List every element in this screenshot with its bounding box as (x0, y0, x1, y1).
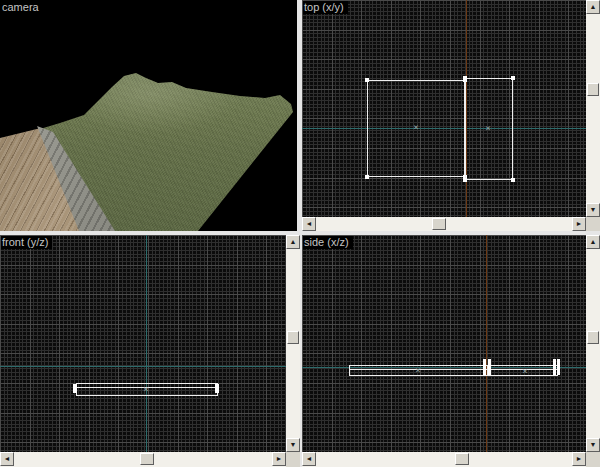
selection-handle[interactable] (483, 359, 486, 375)
viewport-label-top: top (x/y) (303, 1, 348, 14)
scroll-right-button[interactable]: ► (272, 452, 286, 466)
top-horizontal-scrollbar[interactable]: ◄ ► (302, 217, 586, 231)
scroll-up-button[interactable]: ▲ (286, 235, 300, 249)
selection-handle[interactable] (365, 78, 369, 82)
scroll-up-icon: ▲ (590, 3, 597, 10)
side-vertical-scrollbar[interactable]: ▲ ▼ (586, 235, 600, 452)
viewport-label-front: front (y/z) (1, 236, 52, 249)
side-view-canvas[interactable]: ×× (302, 235, 586, 452)
scrollbar-thumb[interactable] (455, 453, 469, 465)
scroll-up-button[interactable]: ▲ (586, 235, 600, 249)
scrollbar-thumb[interactable] (587, 83, 599, 96)
scroll-up-button[interactable]: ▲ (586, 0, 600, 14)
axis-line-horizontal (0, 366, 286, 367)
viewport-label-side: side (x/z) (303, 236, 353, 249)
scroll-left-button[interactable]: ◄ (302, 217, 316, 231)
scroll-up-icon: ▲ (590, 238, 597, 245)
viewport-front: × front (y/z) ▲ ▼ ◄ ► (0, 235, 300, 467)
front-view-canvas[interactable]: × (0, 235, 286, 452)
brush-center-marker: × (484, 124, 492, 133)
scroll-up-icon: ▲ (290, 238, 297, 245)
axis-line-vertical (146, 235, 147, 452)
scroll-down-button[interactable]: ▼ (586, 203, 600, 217)
scrollbar-thumb[interactable] (287, 331, 299, 344)
scroll-right-icon: ► (576, 220, 583, 227)
scroll-left-button[interactable]: ◄ (302, 452, 316, 466)
viewport-label-camera: camera (1, 1, 43, 14)
scroll-left-icon: ◄ (4, 455, 11, 462)
selection-handle[interactable] (463, 76, 467, 80)
scrollbar-corner (586, 452, 600, 467)
viewport-top: ×× top (x/y) ▲ ▼ ◄ ► (302, 0, 600, 231)
front-vertical-scrollbar[interactable]: ▲ ▼ (286, 235, 300, 452)
selection-handle[interactable] (215, 384, 219, 393)
scrollbar-corner (586, 217, 600, 231)
axis-line-vertical (486, 235, 487, 452)
scroll-right-icon: ► (276, 455, 283, 462)
selection-handle[interactable] (553, 359, 556, 375)
scrollbar-thumb[interactable] (587, 331, 599, 344)
scroll-down-icon: ▼ (590, 206, 597, 213)
top-vertical-scrollbar[interactable]: ▲ ▼ (586, 0, 600, 217)
scroll-right-icon: ► (576, 455, 583, 462)
scrollbar-corner (286, 452, 300, 467)
scroll-down-icon: ▼ (590, 441, 597, 448)
scroll-left-button[interactable]: ◄ (0, 452, 14, 466)
viewport-side: ×× side (x/z) ▲ ▼ ◄ ► (302, 235, 600, 467)
top-view-canvas[interactable]: ×× (302, 0, 586, 217)
brush-center-marker: × (412, 123, 420, 132)
selection-handle[interactable] (463, 178, 467, 182)
selection-handle[interactable] (511, 178, 515, 182)
selection-handle[interactable] (365, 175, 369, 179)
scroll-down-button[interactable]: ▼ (286, 438, 300, 452)
selection-handle[interactable] (488, 359, 491, 375)
scrollbar-thumb[interactable] (432, 218, 446, 230)
front-horizontal-scrollbar[interactable]: ◄ ► (0, 452, 286, 467)
scroll-right-button[interactable]: ► (572, 217, 586, 231)
scrollbar-thumb[interactable] (140, 453, 154, 465)
level-editor-window: camera ×× top (x/y) ▲ ▼ ◄ ► × front (y/z… (0, 0, 600, 467)
brush-center-marker: × (521, 367, 529, 376)
scroll-down-button[interactable]: ▼ (586, 438, 600, 452)
scroll-right-button[interactable]: ► (572, 452, 586, 466)
viewport-camera[interactable]: camera (0, 0, 297, 231)
side-horizontal-scrollbar[interactable]: ◄ ► (302, 452, 586, 467)
selection-handle[interactable] (73, 384, 77, 393)
scroll-left-icon: ◄ (306, 220, 313, 227)
brush-center-marker: × (414, 366, 422, 375)
brush-center-marker: × (142, 385, 150, 394)
scroll-left-icon: ◄ (306, 455, 313, 462)
selection-handle[interactable] (557, 359, 560, 375)
selection-handle[interactable] (511, 76, 515, 80)
scroll-down-icon: ▼ (290, 441, 297, 448)
